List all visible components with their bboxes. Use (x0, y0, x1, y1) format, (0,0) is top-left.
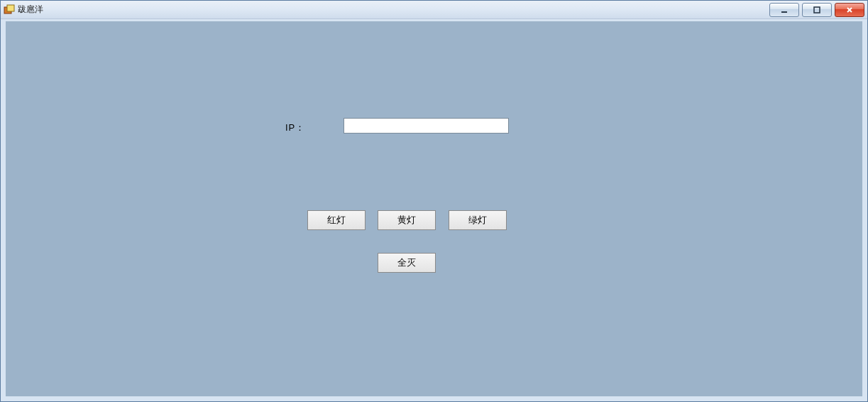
svg-rect-3 (814, 7, 820, 13)
form-icon (4, 4, 15, 16)
ip-input[interactable] (344, 118, 509, 134)
window-controls (769, 3, 864, 17)
red-light-button[interactable]: 红灯 (307, 210, 366, 230)
green-light-button[interactable]: 绿灯 (449, 210, 507, 230)
maximize-button[interactable] (802, 3, 832, 17)
all-off-button[interactable]: 全灭 (378, 253, 436, 273)
window-frame: 跋扈洋 IP： 红灯 黄灯 绿灯 全灭 (0, 0, 868, 402)
minimize-button[interactable] (769, 3, 799, 17)
title-bar: 跋扈洋 (1, 1, 867, 19)
svg-rect-1 (7, 5, 14, 11)
yellow-light-button[interactable]: 黄灯 (378, 210, 436, 230)
svg-rect-2 (781, 11, 787, 13)
close-button[interactable] (835, 3, 864, 17)
client-area: IP： 红灯 黄灯 绿灯 全灭 (1, 19, 867, 401)
ip-label: IP： (285, 121, 335, 134)
window-title: 跋扈洋 (18, 4, 769, 16)
